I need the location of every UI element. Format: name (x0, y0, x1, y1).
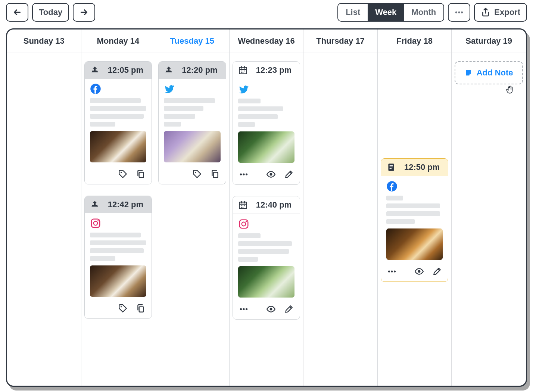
upload-icon (90, 200, 100, 209)
more-icon[interactable] (387, 267, 397, 276)
arrow-left-icon (12, 7, 22, 17)
today-button[interactable]: Today (32, 3, 69, 22)
pencil-icon[interactable] (432, 267, 442, 276)
day-header: Thursday 17 (303, 29, 377, 53)
more-options-button[interactable] (448, 3, 470, 22)
eye-icon[interactable] (266, 169, 276, 179)
content-placeholder (164, 98, 221, 127)
day-header: Sunday 13 (7, 29, 81, 53)
view-week-button[interactable]: Week (368, 4, 404, 21)
card-time: 12:50 pm (401, 162, 443, 172)
content-placeholder (386, 196, 443, 224)
day-header: Wednesday 16 (230, 29, 303, 53)
day-header: Tuesday 15 (155, 29, 229, 53)
facebook-icon (90, 83, 147, 94)
toolbar: Today List Week Month Export (6, 3, 527, 22)
day-column-monday: Monday 14 12:05 pm 12:42 pm (81, 29, 156, 386)
day-column-saturday: Saturday 19 Add Note (452, 29, 526, 386)
content-placeholder (90, 98, 147, 127)
instagram-icon (238, 218, 295, 230)
post-thumbnail (238, 131, 295, 163)
day-column-sunday: Sunday 13 (7, 29, 81, 386)
content-placeholder (90, 233, 147, 261)
card-time: 12:40 pm (253, 200, 295, 210)
arrow-right-icon (79, 7, 89, 17)
post-thumbnail (90, 131, 147, 162)
calendar-icon (238, 200, 248, 210)
post-thumbnail (90, 265, 147, 297)
post-thumbnail (386, 228, 443, 260)
twitter-icon (238, 84, 295, 95)
card-time: 12:05 pm (105, 65, 147, 75)
calendar-icon (238, 65, 248, 75)
pencil-icon[interactable] (284, 169, 294, 179)
card-time: 12:42 pm (105, 200, 147, 209)
day-column-wednesday: Wednesday 16 12:23 pm (230, 29, 304, 386)
post-thumbnail (164, 131, 221, 162)
day-column-friday: Friday 18 12:50 pm (378, 29, 452, 386)
export-button[interactable]: Export (474, 3, 527, 22)
note-card[interactable]: 12:50 pm (381, 158, 449, 282)
tag-icon[interactable] (192, 169, 202, 179)
day-header: Monday 14 (81, 29, 155, 53)
sticky-note-icon (465, 69, 473, 77)
share-icon (481, 7, 490, 17)
day-column-tuesday: Tuesday 15 12:20 pm (155, 29, 230, 386)
facebook-icon (386, 181, 443, 192)
pencil-icon[interactable] (284, 304, 294, 314)
add-note-button[interactable]: Add Note (455, 61, 523, 84)
post-card[interactable]: 12:40 pm (233, 196, 300, 320)
tag-icon[interactable] (118, 304, 128, 313)
export-label: Export (494, 7, 520, 17)
copy-icon[interactable] (210, 169, 220, 179)
cursor-hand-icon (505, 85, 515, 95)
post-card[interactable]: 12:20 pm (158, 61, 226, 184)
more-icon[interactable] (239, 169, 249, 179)
add-note-label: Add Note (477, 68, 513, 78)
copy-icon[interactable] (136, 169, 146, 179)
post-thumbnail (238, 266, 295, 298)
view-month-button[interactable]: Month (404, 4, 443, 21)
twitter-icon (164, 83, 221, 94)
view-switcher: List Week Month (337, 3, 444, 22)
copy-icon[interactable] (136, 304, 146, 313)
card-time: 12:20 pm (179, 65, 221, 75)
upload-icon (164, 65, 174, 75)
card-time: 12:23 pm (253, 65, 295, 75)
post-card[interactable]: 12:23 pm (233, 61, 300, 185)
day-header: Saturday 19 (452, 29, 526, 53)
content-placeholder (238, 99, 295, 127)
more-icon[interactable] (239, 304, 249, 314)
week-calendar: Sunday 13 Monday 14 12:05 pm (6, 28, 527, 387)
dots-icon (454, 7, 464, 17)
post-card[interactable]: 12:05 pm (84, 61, 152, 184)
upload-icon (90, 65, 100, 75)
eye-icon[interactable] (266, 304, 276, 314)
post-card[interactable]: 12:42 pm (84, 196, 152, 319)
next-week-button[interactable] (73, 3, 95, 22)
content-placeholder (238, 233, 295, 262)
prev-week-button[interactable] (6, 3, 28, 22)
tag-icon[interactable] (118, 169, 128, 179)
eye-icon[interactable] (414, 267, 424, 276)
day-column-thursday: Thursday 17 (303, 29, 378, 386)
day-header: Friday 18 (378, 29, 452, 53)
document-icon (386, 162, 396, 172)
instagram-icon (90, 218, 147, 229)
view-list-button[interactable]: List (338, 4, 368, 21)
